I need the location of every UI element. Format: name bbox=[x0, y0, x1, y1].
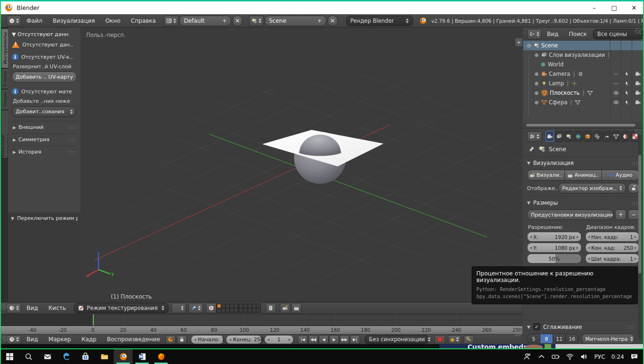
frame-end-field[interactable]: ◂ Кон. кад: 250 ▸ bbox=[585, 243, 640, 253]
layer-cell[interactable] bbox=[217, 308, 221, 312]
visibility-toggle[interactable] bbox=[610, 100, 621, 105]
render-section-header[interactable]: ▼ Визуализация :::: bbox=[527, 160, 639, 166]
layer-cell[interactable] bbox=[230, 308, 234, 312]
editor-type-timeline-button[interactable] bbox=[7, 335, 21, 344]
tab-object[interactable] bbox=[583, 131, 592, 142]
resolution-y-field[interactable]: ◂ Y: 1080 px ▸ bbox=[527, 243, 581, 253]
editor-type-outliner-button[interactable] bbox=[527, 29, 542, 39]
minimize-button[interactable]: – bbox=[584, 1, 604, 14]
current-frame-field[interactable]: ◂ 1 ▸ bbox=[264, 335, 294, 344]
add-scene-icon[interactable]: + bbox=[317, 18, 322, 24]
add-uv-map-button[interactable]: Добавить .. UV-карту bbox=[12, 72, 77, 82]
layer-cell[interactable] bbox=[230, 304, 234, 308]
jump-to-end-button[interactable]: ▶| bbox=[350, 335, 360, 344]
start-button[interactable] bbox=[0, 349, 19, 364]
frame-start-field[interactable]: ◂ Нач. кадр: 1 ▸ bbox=[585, 232, 640, 242]
taskbar-explorer-button[interactable] bbox=[95, 349, 114, 364]
pin-icon[interactable] bbox=[528, 146, 535, 153]
tab-world[interactable] bbox=[574, 131, 582, 142]
tab-scene[interactable] bbox=[564, 131, 573, 142]
visibility-toggle[interactable] bbox=[610, 71, 621, 77]
layout-name-field[interactable]: Default + bbox=[179, 16, 231, 26]
layout-browse-button[interactable] bbox=[164, 16, 179, 26]
taskbar-word-button[interactable] bbox=[133, 349, 152, 364]
layer-cell[interactable] bbox=[252, 304, 256, 308]
close-button[interactable]: ✕ bbox=[624, 1, 644, 14]
current-frame-marker[interactable] bbox=[93, 314, 94, 326]
menu-window[interactable]: Окно bbox=[100, 15, 125, 27]
layer-cell[interactable] bbox=[217, 304, 221, 308]
visibility-toggle[interactable] bbox=[610, 90, 621, 96]
action-center-icon[interactable] bbox=[630, 353, 638, 361]
tab-constraints[interactable] bbox=[593, 131, 601, 142]
tab-render-layers[interactable] bbox=[555, 131, 564, 142]
decrement-icon[interactable]: ◂ bbox=[229, 337, 231, 342]
maximize-button[interactable]: □ bbox=[604, 1, 624, 14]
remove-preset-button[interactable]: − bbox=[628, 209, 639, 220]
decrement-icon[interactable]: ◂ bbox=[268, 337, 269, 342]
render-button[interactable]: Визуали.. bbox=[527, 170, 565, 181]
decrement-icon[interactable]: ◂ bbox=[530, 246, 532, 250]
lock-to-scene-button[interactable] bbox=[266, 303, 276, 313]
menu-help[interactable]: Справка bbox=[125, 15, 161, 27]
samples-11-button[interactable]: 11 bbox=[553, 334, 566, 343]
renderability-toggle[interactable] bbox=[632, 100, 643, 105]
window-titlebar[interactable]: Blender – □ ✕ bbox=[0, 1, 644, 14]
editor-type-info-button[interactable] bbox=[7, 16, 21, 26]
scene-name-field[interactable]: Scene + bbox=[265, 16, 326, 26]
tab-render[interactable] bbox=[546, 131, 554, 142]
volume-icon[interactable] bbox=[580, 353, 588, 361]
outliner-row-sphere[interactable]: ⊕ Сфера | bbox=[523, 98, 643, 107]
area-resize-grip[interactable] bbox=[635, 129, 641, 135]
area-resize-grip[interactable] bbox=[2, 303, 8, 309]
people-icon[interactable] bbox=[523, 353, 531, 361]
selectability-toggle[interactable] bbox=[621, 100, 632, 105]
renderability-toggle[interactable] bbox=[632, 71, 643, 77]
increment-icon[interactable]: ▸ bbox=[635, 246, 636, 250]
taskbar-store-button[interactable] bbox=[76, 349, 95, 364]
frame-start-field[interactable]: ◂ Начало: 1 ▸ bbox=[191, 335, 224, 344]
render-animation-button[interactable] bbox=[291, 303, 302, 313]
display-lock-button[interactable] bbox=[628, 183, 639, 193]
renderability-toggle[interactable] bbox=[632, 81, 643, 86]
battery-icon[interactable] bbox=[552, 353, 560, 361]
layer-cell[interactable] bbox=[243, 304, 248, 308]
expand-icon[interactable]: ⊕ bbox=[534, 90, 539, 96]
aa-filter-dropdown[interactable]: Митчелл-Нетра bbox=[581, 334, 635, 343]
keying-set-dropdown[interactable]: ◆ bbox=[448, 335, 461, 344]
editor-type-3dview-button[interactable] bbox=[7, 303, 21, 313]
auto-keyframe-button[interactable] bbox=[435, 335, 445, 344]
menu-marker[interactable]: Маркер bbox=[43, 334, 76, 344]
selectability-toggle[interactable] bbox=[621, 81, 632, 86]
add-preset-button[interactable]: + bbox=[615, 209, 626, 220]
taskbar-firefox-button[interactable] bbox=[152, 349, 170, 364]
increment-icon[interactable]: ▸ bbox=[576, 235, 578, 239]
decrement-icon[interactable]: ◂ bbox=[530, 235, 532, 239]
delete-scene-button[interactable]: ✕ bbox=[328, 16, 338, 26]
render-engine-dropdown[interactable]: Рендер Blender bbox=[346, 16, 413, 26]
outliner-row-world[interactable]: World bbox=[523, 60, 643, 69]
lock-range-button[interactable] bbox=[177, 335, 187, 344]
visibility-toggle[interactable] bbox=[610, 81, 621, 86]
display-mode-dropdown[interactable]: Редактор изображ.. bbox=[558, 183, 626, 193]
layer-cell[interactable] bbox=[221, 308, 225, 312]
render-audio-button[interactable]: Аудио bbox=[602, 170, 639, 181]
symmetry-panel-header[interactable]: ▶ Симметрия :::: bbox=[12, 133, 77, 146]
layer-cell[interactable] bbox=[234, 308, 238, 312]
outliner-row-render-layers[interactable]: ⊕ Слои визуализации | bbox=[523, 50, 643, 60]
add-paint-slot-dropdown[interactable]: Добавит..сования bbox=[12, 106, 77, 117]
panel-grip-icon[interactable]: :::: bbox=[68, 137, 76, 142]
scene-browse-button[interactable] bbox=[249, 16, 264, 26]
increment-icon[interactable]: ▸ bbox=[576, 246, 578, 250]
render-animation-button[interactable]: Анимац.. bbox=[565, 170, 602, 181]
render-presets-dropdown[interactable]: Предустановки визуализации bbox=[527, 209, 613, 220]
menu-render[interactable]: Визуализация bbox=[47, 15, 100, 27]
outliner-hscrollbar[interactable] bbox=[525, 123, 636, 127]
menu-view[interactable]: Вид bbox=[21, 334, 43, 344]
menu-playback[interactable]: Воспроизведение bbox=[102, 334, 165, 344]
decrement-icon[interactable]: ◂ bbox=[194, 337, 196, 342]
samples-5-button[interactable]: 5 bbox=[527, 334, 540, 343]
area-resize-grip[interactable] bbox=[514, 329, 521, 336]
tab-data[interactable] bbox=[612, 131, 620, 142]
increment-icon[interactable]: ▸ bbox=[635, 256, 636, 261]
